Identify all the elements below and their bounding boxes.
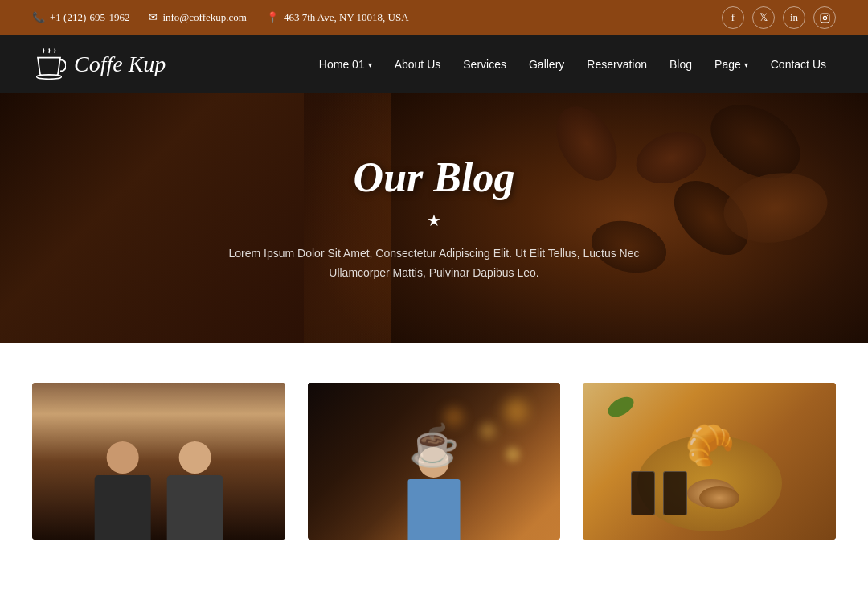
star-icon: ★ <box>427 211 441 230</box>
svg-rect-0 <box>821 14 829 23</box>
blog-grid <box>32 383 836 540</box>
blog-card-image-3 <box>583 383 836 540</box>
nav-item-about[interactable]: About Us <box>385 51 451 77</box>
top-bar: 📞 +1 (212)-695-1962 ✉ info@coffekup.com … <box>0 0 868 35</box>
blog-card-1[interactable] <box>32 383 285 540</box>
hero-divider: ★ <box>201 211 667 230</box>
hero-subtitle: Lorem Ipsum Dolor Sit Amet, Consectetur … <box>201 244 667 283</box>
top-bar-contacts: 📞 +1 (212)-695-1962 ✉ info@coffekup.com … <box>32 11 409 24</box>
chevron-down-icon: ▾ <box>368 60 372 69</box>
blog-card-3[interactable] <box>583 383 836 540</box>
nav-item-contact[interactable]: Contact Us <box>761 51 836 77</box>
blog-card-image-2 <box>308 383 561 540</box>
nav-label-services: Services <box>463 58 506 71</box>
nav-label-gallery: Gallery <box>529 58 564 71</box>
nav-label-page: Page <box>714 58 741 71</box>
nav-label-reservation: Reservation <box>587 58 647 71</box>
nav-links: Home 01 ▾ About Us Services Gallery Rese… <box>309 51 836 77</box>
nav-label-home: Home 01 <box>319 58 365 71</box>
location-icon: 📍 <box>266 11 279 24</box>
twitter-icon[interactable]: 𝕏 <box>752 6 775 29</box>
nav-item-gallery[interactable]: Gallery <box>519 51 574 77</box>
linkedin-icon[interactable]: in <box>783 6 805 29</box>
email-address: info@coffekup.com <box>162 11 247 24</box>
nav-label-contact: Contact Us <box>771 58 826 71</box>
svg-point-2 <box>826 14 827 15</box>
blog-section <box>0 343 868 540</box>
divider-line-right <box>451 220 499 220</box>
hero-section: Our Blog ★ Lorem Ipsum Dolor Sit Amet, C… <box>0 93 868 343</box>
hero-title: Our Blog <box>201 154 667 201</box>
blog-card-image-1 <box>32 383 285 540</box>
email-item: ✉ info@coffekup.com <box>149 11 247 24</box>
phone-item: 📞 +1 (212)-695-1962 <box>32 11 129 24</box>
svg-point-1 <box>823 16 826 19</box>
address-text: 463 7th Ave, NY 10018, USA <box>284 11 409 24</box>
facebook-icon[interactable]: f <box>722 6 744 29</box>
navbar: Coffe Kup Home 01 ▾ About Us Services Ga… <box>0 35 868 93</box>
hero-content: Our Blog ★ Lorem Ipsum Dolor Sit Amet, C… <box>201 154 667 283</box>
nav-label-blog: Blog <box>669 58 692 71</box>
chevron-down-icon-page: ▾ <box>744 60 748 69</box>
nav-item-blog[interactable]: Blog <box>660 51 702 77</box>
nav-item-page[interactable]: Page ▾ <box>705 51 758 77</box>
phone-icon: 📞 <box>32 11 45 24</box>
divider-line-left <box>369 220 417 220</box>
logo[interactable]: Coffe Kup <box>32 47 166 81</box>
phone-number: +1 (212)-695-1962 <box>50 11 129 24</box>
logo-cup-icon <box>32 47 66 81</box>
logo-text: Coffe Kup <box>74 51 166 77</box>
blog-card-2[interactable] <box>308 383 561 540</box>
nav-item-reservation[interactable]: Reservation <box>577 51 657 77</box>
address-item: 📍 463 7th Ave, NY 10018, USA <box>266 11 409 24</box>
nav-item-home[interactable]: Home 01 ▾ <box>309 51 382 77</box>
nav-label-about: About Us <box>395 58 441 71</box>
nav-item-services[interactable]: Services <box>453 51 516 77</box>
social-links: f 𝕏 in <box>722 6 836 29</box>
email-icon: ✉ <box>149 11 158 24</box>
instagram-icon[interactable] <box>813 6 836 29</box>
